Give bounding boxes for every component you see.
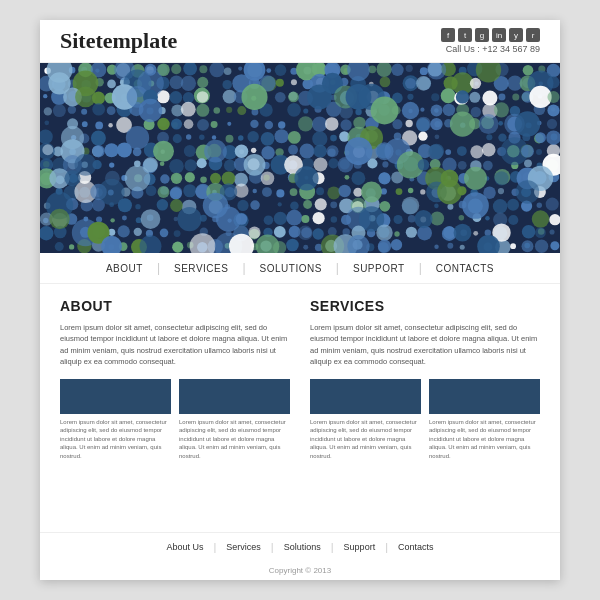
svg-point-572 xyxy=(418,159,430,171)
services-title: SERVICES xyxy=(310,298,540,314)
svg-point-390 xyxy=(110,218,114,222)
social-icon-4[interactable]: in xyxy=(492,28,506,42)
svg-point-587 xyxy=(464,167,487,190)
svg-point-608 xyxy=(462,192,489,219)
svg-point-255 xyxy=(185,159,197,171)
svg-point-136 xyxy=(471,107,481,117)
card-2: Lorem ipsum dolor sit amet, consectetur … xyxy=(179,379,290,460)
nav-solutions[interactable]: SOLUTIONS xyxy=(246,263,336,274)
services-column: SERVICES Lorem ipsum dolor sit amet, con… xyxy=(310,298,540,518)
svg-point-335 xyxy=(316,187,324,195)
svg-point-555 xyxy=(235,144,248,157)
svg-point-188 xyxy=(247,131,258,142)
svg-point-154 xyxy=(227,122,231,126)
svg-point-161 xyxy=(340,119,351,130)
svg-point-377 xyxy=(447,204,453,210)
svg-point-221 xyxy=(251,148,256,153)
svg-point-225 xyxy=(300,144,315,159)
svg-point-151 xyxy=(184,119,194,129)
svg-point-453 xyxy=(69,244,74,249)
svg-point-359 xyxy=(135,204,140,209)
footer-support[interactable]: Support xyxy=(334,542,386,552)
svg-point-98 xyxy=(469,92,480,103)
svg-point-519 xyxy=(197,91,209,103)
svg-point-442 xyxy=(406,227,417,238)
svg-point-256 xyxy=(197,158,207,168)
svg-point-117 xyxy=(213,107,220,114)
social-icon-2[interactable]: t xyxy=(458,28,472,42)
svg-point-269 xyxy=(382,161,388,167)
svg-point-192 xyxy=(312,131,327,146)
svg-point-540 xyxy=(479,114,499,134)
svg-point-253 xyxy=(160,161,165,166)
svg-point-142 xyxy=(44,120,49,125)
nav-about[interactable]: ABOUT xyxy=(92,263,157,274)
svg-point-138 xyxy=(494,102,509,117)
svg-point-53 xyxy=(291,79,297,85)
svg-point-588 xyxy=(494,171,508,185)
services-cards: Lorem ipsum dolor sit amet, consectetur … xyxy=(310,379,540,460)
svg-point-265 xyxy=(328,158,338,168)
svg-point-614 xyxy=(236,213,248,225)
svg-point-560 xyxy=(429,144,444,159)
social-icon-6[interactable]: r xyxy=(526,28,540,42)
card-4: Lorem ipsum dolor sit amet, consectetur … xyxy=(429,379,540,460)
svg-point-95 xyxy=(431,93,439,101)
svg-point-146 xyxy=(108,123,112,127)
svg-point-476 xyxy=(447,243,453,249)
svg-point-553 xyxy=(153,141,174,162)
svg-point-584 xyxy=(378,172,390,184)
about-cards: Lorem ipsum dolor sit amet, consectetur … xyxy=(60,379,290,460)
svg-point-336 xyxy=(327,186,340,199)
footer-solutions[interactable]: Solutions xyxy=(274,542,331,552)
svg-point-404 xyxy=(331,216,337,222)
svg-point-416 xyxy=(508,215,518,225)
social-icon-3[interactable]: g xyxy=(475,28,489,42)
svg-point-601 xyxy=(437,180,462,205)
svg-point-300 xyxy=(345,175,350,180)
svg-point-123 xyxy=(303,108,308,113)
svg-point-337 xyxy=(338,185,350,197)
svg-point-41 xyxy=(107,80,116,89)
social-icon-5[interactable]: y xyxy=(509,28,523,42)
nav-support[interactable]: SUPPORT xyxy=(339,263,419,274)
svg-point-224 xyxy=(288,145,298,155)
svg-point-467 xyxy=(286,239,299,252)
svg-point-380 xyxy=(493,199,507,213)
svg-point-531 xyxy=(371,97,399,125)
nav-contacts[interactable]: CONTACTS xyxy=(422,263,508,274)
svg-point-275 xyxy=(458,161,467,170)
header: Sitetemplate f t g in y r Call Us : +12 … xyxy=(40,20,560,63)
svg-point-158 xyxy=(298,116,313,131)
svg-point-370 xyxy=(330,201,337,208)
hero-banner: // dots will be drawn via JS below xyxy=(40,63,560,253)
svg-point-399 xyxy=(264,215,273,224)
svg-point-60 xyxy=(380,77,391,88)
svg-point-401 xyxy=(286,210,302,226)
footer-services[interactable]: Services xyxy=(216,542,271,552)
footer-about[interactable]: About Us xyxy=(156,542,213,552)
svg-point-182 xyxy=(173,134,182,143)
svg-point-152 xyxy=(197,119,209,131)
svg-point-482 xyxy=(535,240,548,253)
svg-point-451 xyxy=(550,229,555,234)
social-icon-1[interactable]: f xyxy=(441,28,455,42)
svg-point-155 xyxy=(250,120,258,128)
svg-point-164 xyxy=(392,119,402,129)
footer-contacts[interactable]: Contacts xyxy=(388,542,444,552)
svg-point-618 xyxy=(532,210,549,227)
svg-point-27 xyxy=(420,67,428,75)
svg-point-374 xyxy=(379,201,390,212)
logo: Sitetemplate xyxy=(60,28,177,54)
nav-services[interactable]: SERVICES xyxy=(160,263,242,274)
svg-point-176 xyxy=(547,119,557,129)
svg-point-383 xyxy=(537,203,542,208)
svg-point-538 xyxy=(430,118,442,130)
svg-point-190 xyxy=(274,129,288,143)
svg-point-578 xyxy=(171,173,182,184)
svg-point-341 xyxy=(396,188,403,195)
svg-point-301 xyxy=(351,171,365,185)
svg-point-533 xyxy=(431,105,443,117)
svg-point-607 xyxy=(402,197,420,215)
svg-point-199 xyxy=(418,132,427,141)
